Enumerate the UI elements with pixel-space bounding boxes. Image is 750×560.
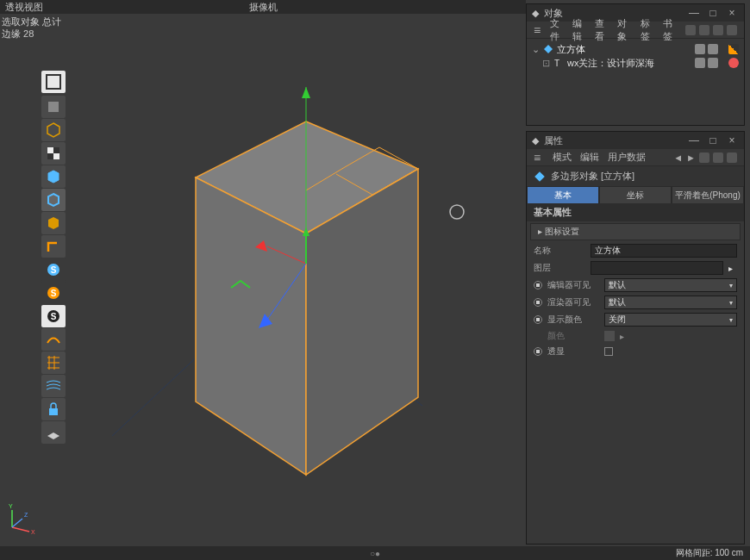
- xray-checkbox[interactable]: [604, 347, 613, 356]
- gear-icon[interactable]: [727, 152, 737, 163]
- menu-object[interactable]: 对象: [617, 17, 631, 43]
- layer-field-row: 图层 ▸: [527, 259, 744, 277]
- attributes-menubar: 模式 编辑 用户数据 ◄ ►: [527, 149, 744, 166]
- maximize-button[interactable]: □: [706, 134, 720, 147]
- home-icon[interactable]: [699, 152, 709, 163]
- object-tree[interactable]: ⌄ 立方体 ⊡ T wx关注：设计师深海: [527, 39, 744, 73]
- minimize-button[interactable]: —: [687, 134, 701, 147]
- polygon-object-icon: [534, 171, 546, 183]
- maximize-button[interactable]: □: [706, 6, 720, 20]
- viewport-title: 透视视图: [5, 1, 43, 14]
- text-object-icon: T: [553, 58, 564, 68]
- lock-icon[interactable]: [713, 152, 723, 163]
- menu-file[interactable]: 文件: [550, 17, 564, 43]
- tab-coord[interactable]: 坐标: [599, 186, 672, 203]
- menu-hamburger-icon[interactable]: [534, 23, 541, 37]
- eye-icon[interactable]: [713, 25, 723, 35]
- minimize-button[interactable]: —: [687, 6, 701, 20]
- funnel-icon[interactable]: [727, 25, 737, 35]
- menu-bookmarks[interactable]: 书签: [663, 17, 677, 43]
- attribute-tabs: 基本 坐标 平滑着色(Phong): [527, 186, 744, 203]
- render-tag[interactable]: [708, 58, 718, 68]
- attributes-titlebar[interactable]: ◆ 属性 — □ ×: [527, 132, 744, 149]
- color-swatch[interactable]: [604, 331, 615, 341]
- camera-label[interactable]: 摄像机: [249, 1, 278, 14]
- expand-icon[interactable]: ⌄: [532, 44, 540, 55]
- svg-line-34: [12, 519, 22, 527]
- menu-edit[interactable]: 编辑: [572, 17, 586, 43]
- menu-edit[interactable]: 编辑: [580, 151, 599, 164]
- svg-text:X: X: [31, 529, 35, 535]
- svg-marker-24: [302, 87, 310, 98]
- disabled-tag-icon[interactable]: [728, 58, 739, 68]
- attributes-panel: ◆ 属性 — □ × 模式 编辑 用户数据 ◄ ► 多边形对象 [立方体] 基本…: [526, 131, 745, 544]
- tab-phong[interactable]: 平滑着色(Phong): [672, 186, 744, 203]
- tab-basic[interactable]: 基本: [527, 186, 599, 203]
- nav-fwd-icon[interactable]: ►: [686, 152, 696, 163]
- menu-mode[interactable]: 模式: [553, 151, 572, 164]
- name-input[interactable]: 立方体: [591, 244, 737, 258]
- visibility-tag[interactable]: [695, 44, 705, 54]
- color-picker-icon[interactable]: ▸: [620, 332, 628, 340]
- display-color-row: 显示颜色 关闭: [527, 311, 744, 328]
- attributes-panel-title: 属性: [544, 134, 563, 147]
- phong-tag-icon[interactable]: [728, 44, 739, 54]
- grid-spacing-readout: 网格间距: 100 cm: [676, 547, 743, 559]
- editor-vis-dropdown[interactable]: 默认: [604, 278, 737, 292]
- svg-marker-40: [534, 171, 545, 182]
- perspective-viewport[interactable]: [0, 14, 526, 546]
- svg-point-31: [450, 205, 464, 219]
- layer-picker-icon[interactable]: ▸: [728, 264, 737, 272]
- color-row: 颜色 ▸: [527, 328, 744, 344]
- object-row-cube[interactable]: ⌄ 立方体: [532, 42, 739, 56]
- icon-settings-header[interactable]: ▸ 图标设置: [530, 223, 741, 240]
- svg-text:Z: Z: [24, 512, 28, 518]
- home-icon[interactable]: [699, 25, 709, 35]
- svg-marker-38: [544, 45, 553, 53]
- polygon-object-icon: [543, 44, 553, 54]
- axis-gizmo: Y X Z: [3, 501, 38, 536]
- nav-back-icon[interactable]: ◄: [673, 152, 683, 163]
- render-vis-row: 渲染器可见 默认: [527, 294, 744, 311]
- status-bar: ○● 网格间距: 100 cm: [0, 546, 750, 560]
- render-vis-radio[interactable]: [534, 298, 542, 307]
- menu-tags[interactable]: 标签: [641, 17, 654, 43]
- display-color-dropdown[interactable]: 关闭: [604, 313, 737, 327]
- objects-menubar: 文件 编辑 查看 对象 标签 书签: [527, 22, 744, 39]
- svg-text:Y: Y: [9, 503, 13, 509]
- basic-props-header: 基本属性: [527, 203, 744, 221]
- display-color-radio[interactable]: [534, 315, 542, 324]
- object-row-text[interactable]: ⊡ T wx关注：设计师深海: [532, 56, 739, 70]
- render-tag[interactable]: [708, 44, 718, 54]
- close-button[interactable]: ×: [725, 6, 739, 20]
- svg-text:T: T: [554, 59, 559, 68]
- xray-row: 透显: [527, 344, 744, 359]
- object-type-header: 多边形对象 [立方体]: [527, 166, 744, 186]
- layer-input[interactable]: [591, 261, 723, 275]
- editor-vis-radio[interactable]: [534, 281, 542, 289]
- menu-hamburger-icon[interactable]: [534, 151, 544, 165]
- close-button[interactable]: ×: [725, 134, 739, 147]
- render-vis-dropdown[interactable]: 默认: [604, 296, 737, 309]
- menu-view[interactable]: 查看: [595, 17, 609, 43]
- app-logo-icon: ◆: [532, 135, 539, 146]
- timeline-indicator-icon: ○●: [370, 549, 380, 558]
- xray-radio[interactable]: [534, 347, 542, 356]
- visibility-tag[interactable]: [695, 58, 705, 68]
- search-icon[interactable]: [685, 25, 696, 35]
- editor-vis-row: 编辑器可见 默认: [527, 277, 744, 294]
- app-logo-icon: ◆: [532, 8, 539, 19]
- objects-panel: ◆ 对象 — □ × 文件 编辑 查看 对象 标签 书签 ⌄ 立方体 ⊡ T w…: [526, 3, 745, 126]
- menu-userdata[interactable]: 用户数据: [608, 151, 646, 164]
- svg-line-33: [12, 527, 29, 532]
- viewport-header: 透视视图 摄像机: [0, 0, 526, 14]
- name-field-row: 名称 立方体: [527, 242, 744, 259]
- text-row-icon: ⊡: [542, 58, 550, 69]
